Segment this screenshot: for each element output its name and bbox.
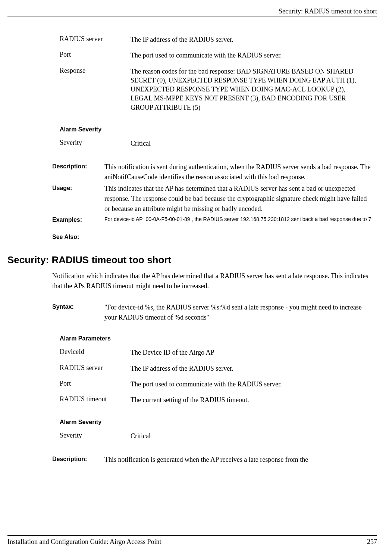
severity-value: Critical [131, 139, 377, 155]
param-value: The IP address of the RADIUS server. [131, 364, 377, 380]
param-label: Port [60, 380, 131, 395]
param-value: The current setting of the RADIUS timeou… [131, 395, 377, 411]
def-label-syntax: Syntax: [52, 302, 104, 324]
def-value-description2: This notification is generated when the … [104, 455, 377, 466]
table-row: RADIUS server The IP address of the RADI… [60, 35, 377, 51]
param-value: The IP address of the RADIUS server. [131, 35, 377, 51]
def-value-description: This notification is sent during authent… [104, 162, 377, 184]
table-row: Response The reason codes for the bad re… [60, 67, 377, 119]
table-row: Description: This notification is sent d… [52, 162, 377, 184]
section2-def-table: Description: This notification is genera… [52, 455, 377, 466]
param-label: RADIUS server [60, 364, 131, 380]
def-value-syntax: "For device-id %s, the RADIUS server %s:… [104, 302, 377, 324]
severity-label: Severity [60, 432, 131, 447]
main-content: RADIUS server The IP address of the RADI… [7, 35, 377, 243]
param-label: RADIUS timeout [60, 395, 131, 411]
param-value: The port used to communicate with the RA… [131, 51, 377, 66]
def-label-description: Description: [52, 162, 104, 184]
param-value: The reason codes for the bad response: B… [131, 67, 377, 119]
header-title: Security: RADIUS timeout too short [279, 7, 377, 15]
alarm-severity-heading: Alarm Severity [60, 126, 377, 139]
footer-left: Installation and Configuration Guide: Ai… [7, 538, 161, 546]
section-intro: Notification which indicates that the AP… [7, 271, 377, 291]
def-label-examples: Examples: [52, 215, 104, 226]
severity-label: Severity [60, 139, 131, 155]
table-row: Severity Critical [60, 432, 377, 447]
table-row: RADIUS server The IP address of the RADI… [60, 364, 377, 380]
section2-severity-table: Severity Critical [60, 432, 377, 447]
param-value: The port used to communicate with the RA… [131, 380, 377, 395]
running-header: Security: RADIUS timeout too short [7, 7, 377, 16]
table-row: Description: This notification is genera… [52, 455, 377, 466]
table-row: Syntax: "For device-id %s, the RADIUS se… [52, 302, 377, 324]
syntax-table: Syntax: "For device-id %s, the RADIUS se… [52, 302, 377, 324]
section2-content: Syntax: "For device-id %s, the RADIUS se… [7, 302, 377, 466]
table-row: Usage: This indicates that the AP has de… [52, 184, 377, 215]
table-row: Port The port used to communicate with t… [60, 380, 377, 395]
param-label: Response [60, 67, 131, 119]
table-row: RADIUS timeout The current setting of th… [60, 395, 377, 411]
param-label: Port [60, 51, 131, 66]
footer-page-number: 257 [367, 538, 377, 546]
severity-table: Severity Critical [60, 139, 377, 155]
top-param-table: RADIUS server The IP address of the RADI… [60, 35, 377, 119]
def-value-examples: For device-id AP_00-0A-F5-00-01-89 , the… [104, 215, 377, 226]
alarm-parameters-heading: Alarm Parameters [60, 335, 377, 348]
severity-value: Critical [131, 432, 377, 447]
table-row: Port The port used to communicate with t… [60, 51, 377, 66]
def-label-description2: Description: [52, 455, 104, 466]
table-row: DeviceId The Device ID of the Airgo AP [60, 348, 377, 364]
table-row: Severity Critical [60, 139, 377, 155]
def-value-usage: This indicates that the AP has determine… [104, 184, 377, 215]
page-footer: Installation and Configuration Guide: Ai… [7, 535, 377, 546]
param-value: The Device ID of the Airgo AP [131, 348, 377, 364]
param-label: RADIUS server [60, 35, 131, 51]
table-row: See Also: [52, 226, 377, 243]
definition-table: Description: This notification is sent d… [52, 162, 377, 243]
table-row: Examples: For device-id AP_00-0A-F5-00-0… [52, 215, 377, 226]
def-label-usage: Usage: [52, 184, 104, 215]
section2-param-table: DeviceId The Device ID of the Airgo AP R… [60, 348, 377, 411]
param-label: DeviceId [60, 348, 131, 364]
alarm-severity-heading-2: Alarm Severity [60, 419, 377, 432]
section-heading: Security: RADIUS timeout too short [7, 254, 377, 266]
def-value-seealso [104, 226, 377, 243]
def-label-seealso: See Also: [52, 226, 104, 243]
